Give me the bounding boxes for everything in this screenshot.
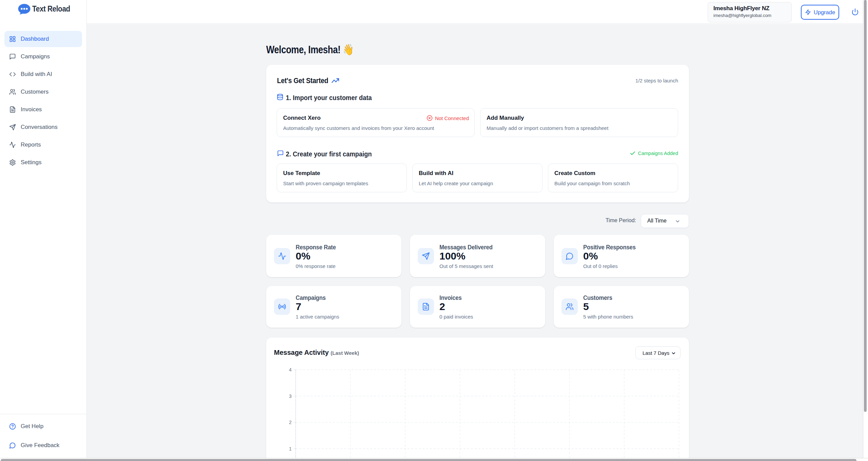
svg-text:4: 4 bbox=[289, 367, 292, 372]
svg-text:2: 2 bbox=[289, 420, 292, 425]
svg-text:3: 3 bbox=[289, 393, 292, 399]
svg-text:1: 1 bbox=[289, 446, 292, 452]
